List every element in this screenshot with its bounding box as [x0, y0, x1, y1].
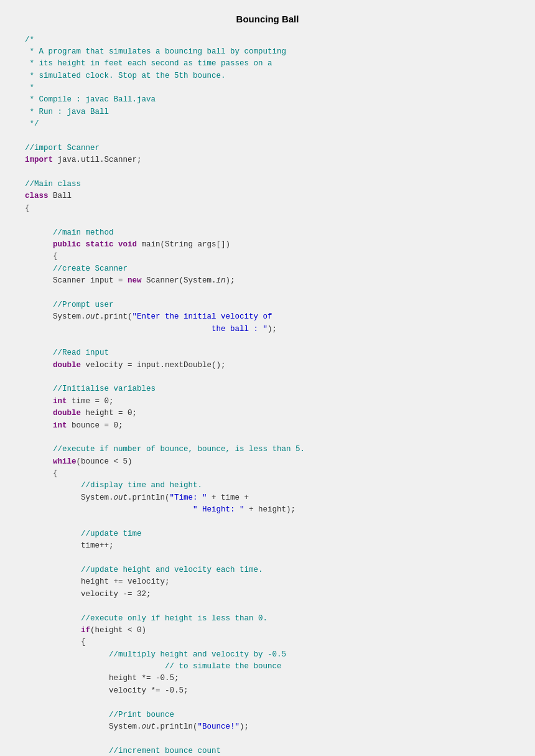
code-block: /* * A program that simulates a bouncing…: [25, 34, 510, 757]
page-title: Bouncing Ball: [25, 12, 510, 27]
